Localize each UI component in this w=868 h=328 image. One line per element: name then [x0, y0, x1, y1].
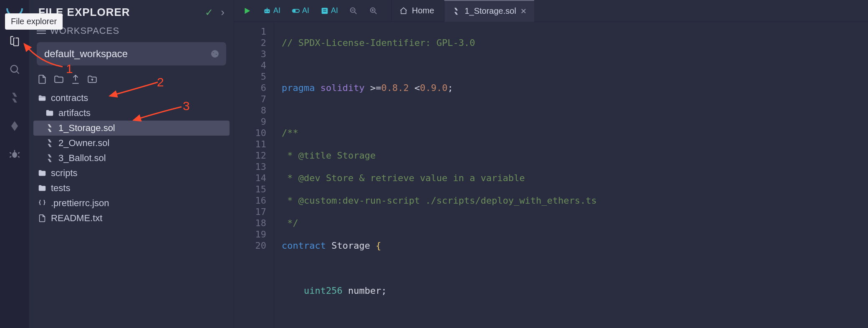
tree-label: 3_Ballot.sol	[58, 153, 106, 164]
tree-label: 1_Storage.sol	[58, 123, 115, 134]
editor-pane: AI AI AI Home 1_Storage.sol ✕ 1234567891…	[234, 0, 868, 328]
file-2-owner[interactable]: 2_Owner.sol	[33, 136, 230, 151]
tab-active-file[interactable]: 1_Storage.sol ✕	[444, 0, 534, 22]
run-button[interactable]	[238, 4, 256, 18]
new-file-icon[interactable]	[37, 74, 48, 86]
tree-label: tests	[51, 183, 70, 194]
svg-point-13	[293, 10, 295, 12]
ai-toggle-button[interactable]: AI	[287, 4, 313, 18]
svg-line-6	[10, 156, 11, 157]
tree-label: .prettierrc.json	[51, 198, 109, 209]
folder-artifacts[interactable]: artifacts	[33, 106, 230, 121]
line-gutter: 1234567891011121314151617181920	[234, 22, 274, 328]
svg-line-5	[18, 152, 20, 153]
annotation-number-1: 1	[66, 62, 73, 76]
tab-label: Home	[412, 6, 434, 15]
solidity-compiler-icon[interactable]	[6, 89, 23, 106]
file-explorer-panel: File explorer FILE EXPLORER ✓ › WORKSPAC…	[29, 0, 234, 328]
debugger-icon[interactable]	[6, 146, 23, 163]
svg-line-4	[10, 152, 11, 153]
folder-scripts[interactable]: scripts	[33, 166, 230, 181]
file-actions-row	[29, 71, 234, 91]
select-chevrons-icon: ⌃⌄	[211, 50, 219, 58]
svg-rect-14	[322, 8, 328, 14]
tree-label: scripts	[51, 168, 78, 179]
tree-label: contracts	[51, 93, 88, 103]
ai-label: AI	[273, 6, 280, 15]
svg-point-0	[11, 66, 18, 72]
chevron-right-icon[interactable]: ›	[221, 6, 225, 19]
svg-line-7	[18, 156, 20, 157]
file-prettierrc[interactable]: .prettierrc.json	[33, 196, 230, 211]
svg-rect-8	[265, 9, 270, 13]
svg-point-10	[267, 10, 269, 12]
zoom-out-button[interactable]	[345, 4, 362, 18]
new-folder-icon[interactable]	[53, 74, 64, 86]
folder-contracts[interactable]: contracts	[33, 91, 230, 106]
editor-toolbar: AI AI AI Home 1_Storage.sol ✕	[234, 0, 868, 22]
close-icon[interactable]: ✕	[520, 7, 527, 16]
svg-line-1	[17, 71, 19, 73]
file-1-storage[interactable]: 1_Storage.sol	[33, 121, 230, 136]
svg-point-9	[265, 10, 267, 12]
workspace-selected-value: default_workspace	[44, 48, 128, 60]
file-explorer-icon[interactable]	[6, 33, 23, 49]
tab-home[interactable]: Home	[391, 0, 442, 22]
ai-robot-button[interactable]: AI	[258, 4, 285, 18]
tree-label: artifacts	[58, 108, 91, 119]
annotation-number-3: 3	[183, 99, 190, 113]
file-3-ballot[interactable]: 3_Ballot.sol	[33, 151, 230, 166]
upload-folder-icon[interactable]	[87, 74, 98, 86]
workspace-select[interactable]: default_workspace ⌃⌄	[37, 42, 226, 66]
tooltip: File explorer	[5, 13, 63, 30]
annotation-number-2: 2	[157, 75, 164, 89]
svg-line-19	[355, 12, 357, 14]
folder-tests[interactable]: tests	[33, 181, 230, 196]
code-content[interactable]: // SPDX-License-Identifier: GPL-3.0 prag…	[274, 22, 868, 328]
check-icon[interactable]: ✓	[205, 7, 213, 18]
deploy-icon[interactable]	[6, 118, 23, 134]
search-icon[interactable]	[6, 61, 23, 78]
ai-label: AI	[302, 6, 309, 15]
file-tree: contracts artifacts 1_Storage.sol 2_Owne…	[29, 91, 234, 230]
zoom-in-button[interactable]	[365, 4, 382, 18]
tree-label: README.txt	[51, 213, 102, 224]
ai-book-button[interactable]: AI	[316, 4, 342, 18]
tab-label: 1_Storage.sol	[464, 6, 516, 16]
svg-point-2	[12, 152, 17, 158]
file-readme[interactable]: README.txt	[33, 211, 230, 226]
tree-label: 2_Owner.sol	[58, 138, 109, 149]
ai-label: AI	[331, 6, 338, 15]
svg-line-23	[375, 12, 377, 14]
code-area: 1234567891011121314151617181920 // SPDX-…	[234, 22, 868, 328]
vertical-icon-rail	[0, 0, 29, 328]
